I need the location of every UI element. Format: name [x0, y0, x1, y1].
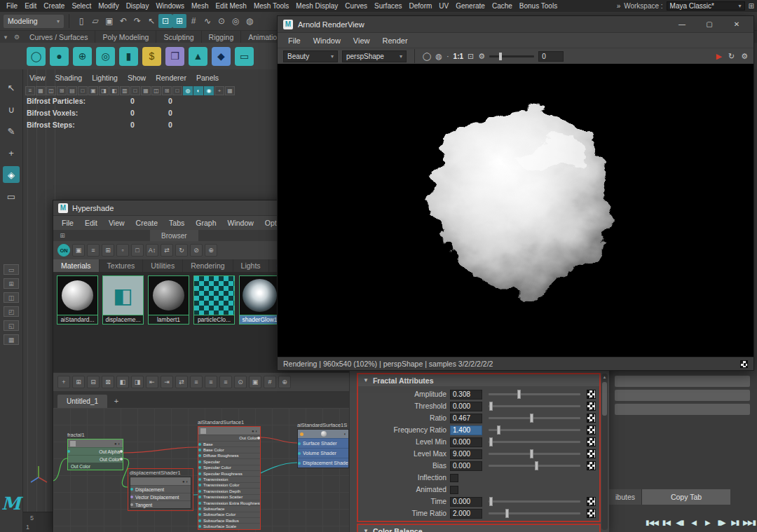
- go-to-start-button[interactable]: ▮◀◀: [646, 519, 658, 526]
- slider-handle[interactable]: [497, 425, 500, 435]
- node-port-row[interactable]: Base: [198, 441, 260, 446]
- attribute-value-field[interactable]: 0.000: [450, 437, 482, 447]
- menubar-overflow-icon[interactable]: »: [617, 2, 621, 10]
- last-used-tool-icon[interactable]: ▭: [3, 188, 20, 205]
- menu-item[interactable]: Generate: [452, 2, 489, 10]
- minimize-icon[interactable]: —: [678, 20, 686, 28]
- viewport-toolbar-icon[interactable]: ◫: [151, 86, 161, 95]
- section-header[interactable]: ▼ Color Balance: [358, 525, 599, 532]
- animated-checkbox[interactable]: [450, 486, 458, 494]
- aov-selector[interactable]: Beauty ▾: [283, 50, 338, 62]
- node-port-row[interactable]: Specular: [198, 458, 260, 464]
- exposure-field[interactable]: 0: [538, 51, 564, 62]
- viewport-toolbar-icon[interactable]: □: [78, 86, 88, 95]
- attribute-value-field[interactable]: 2.000: [450, 509, 482, 519]
- node-port-row[interactable]: Subsurface: [198, 505, 260, 511]
- paint-select-tool-icon[interactable]: ✎: [3, 123, 20, 139]
- viewport-menu-item[interactable]: View: [25, 74, 50, 85]
- attribute-value-field[interactable]: 0.000: [450, 402, 482, 411]
- shelf-menu-icon[interactable]: ▾: [0, 32, 11, 42]
- clear-unused-icon[interactable]: ⊘: [190, 244, 203, 257]
- menu-item[interactable]: Surfaces: [371, 2, 405, 10]
- texture-map-button[interactable]: [587, 402, 596, 411]
- pin-icon[interactable]: ⊕: [278, 376, 291, 388]
- attribute-slider[interactable]: [489, 453, 580, 455]
- step-forward-key-button[interactable]: ▮▶: [716, 519, 728, 526]
- hypershade-menu-item[interactable]: File: [56, 219, 79, 227]
- render-image-area[interactable]: [278, 64, 753, 357]
- texture-map-button[interactable]: [587, 461, 596, 470]
- select-tool-icon[interactable]: ↖: [3, 79, 20, 96]
- attributes-tab[interactable]: ibutes: [609, 489, 642, 505]
- thumbnail-view-icon[interactable]: ▣: [72, 244, 85, 257]
- custom-layout-icon[interactable]: ▦: [4, 334, 19, 345]
- hypershade-menu-item[interactable]: Tabs: [163, 219, 190, 227]
- persp-outliner-layout-icon[interactable]: ◰: [4, 306, 19, 317]
- snapshot-icon[interactable]: ◯: [423, 52, 431, 61]
- category-tab[interactable]: Lights: [233, 259, 269, 272]
- node-aistandardsurface1[interactable]: aiStandardSurface1 ● ◐ Out Color BaseBas…: [198, 419, 261, 530]
- node-header[interactable]: ● ◐: [198, 427, 260, 435]
- category-tab[interactable]: Utilities: [143, 259, 183, 272]
- large-swatch-icon[interactable]: □: [131, 244, 144, 257]
- renderview-menu-item[interactable]: View: [347, 36, 376, 45]
- slider-handle[interactable]: [489, 402, 493, 411]
- poly-cube-icon[interactable]: ❒: [165, 47, 184, 66]
- menu-item[interactable]: Windows: [152, 2, 188, 10]
- output-connections-icon[interactable]: ◨: [131, 376, 144, 388]
- attribute-value-field[interactable]: 0.000: [450, 461, 482, 471]
- viewport-menu-item[interactable]: Panels: [191, 74, 224, 85]
- node-output-row[interactable]: Out Color: [68, 463, 123, 470]
- sort-type-icon[interactable]: ⇄: [161, 244, 173, 257]
- attribute-slider[interactable]: [489, 429, 580, 431]
- node-port-row[interactable]: Displacement: [130, 485, 191, 493]
- texture-map-button[interactable]: [587, 425, 596, 435]
- shading-mode-icon[interactable]: ◍: [183, 86, 193, 95]
- viewport-toolbar-icon[interactable]: ▦: [141, 86, 151, 95]
- browser-tab[interactable]: Browser: [150, 230, 198, 241]
- grid-view-icon[interactable]: ⊞: [102, 244, 114, 257]
- nurbs-sphere-icon[interactable]: ●: [50, 47, 69, 66]
- node-port-row[interactable]: Out Color: [68, 455, 123, 463]
- attribute-value-field[interactable]: 9.000: [450, 449, 482, 459]
- attribute-slider[interactable]: [489, 512, 580, 514]
- refresh-render-icon[interactable]: ↻: [728, 52, 735, 61]
- new-scene-icon[interactable]: ▯: [74, 14, 88, 28]
- slider-handle[interactable]: [499, 53, 502, 60]
- attribute-value-field-selected[interactable]: 1.400: [450, 425, 482, 435]
- redo-icon[interactable]: ↷: [130, 14, 144, 28]
- input-connections-icon[interactable]: ◧: [116, 376, 129, 388]
- make-live-icon[interactable]: ◍: [243, 14, 257, 28]
- swatch-thumbnail[interactable]: [57, 275, 98, 315]
- swatch-displacement[interactable]: displaceme...: [102, 275, 144, 325]
- node-port-row[interactable]: Tangent: [130, 500, 191, 508]
- graph-upstream-icon[interactable]: ⇤: [146, 376, 158, 388]
- swatch-particlecloud[interactable]: particleClo...: [193, 275, 235, 325]
- shelf-tab[interactable]: Sculpting: [156, 31, 201, 43]
- node-port-row[interactable]: Volume Shader: [298, 448, 348, 458]
- node-port-row[interactable]: Transmission Scatter: [198, 494, 260, 500]
- viewport-toolbar-icon[interactable]: ⊞: [57, 86, 67, 95]
- menu-item[interactable]: Create: [40, 2, 68, 10]
- attribute-field-bar[interactable]: [615, 404, 750, 415]
- node-port-row[interactable]: Subsurface Radius: [198, 517, 260, 523]
- snap-to-curve-icon[interactable]: ∿: [200, 14, 214, 28]
- hypershade-menu-item[interactable]: Graph: [190, 219, 221, 227]
- attribute-slider[interactable]: [489, 465, 580, 467]
- category-tab[interactable]: Rendering: [183, 259, 233, 272]
- viewport-menu-item[interactable]: Shading: [50, 74, 88, 85]
- four-pane-layout-icon[interactable]: ⊞: [4, 278, 19, 289]
- menu-item[interactable]: Deform: [406, 2, 436, 10]
- lighting-mode-icon[interactable]: ◉: [204, 86, 214, 95]
- align-right-icon[interactable]: ≡: [219, 376, 232, 388]
- node-port-row[interactable]: Diffuse Roughness: [198, 453, 260, 458]
- paid-content-icon[interactable]: $: [142, 47, 161, 66]
- list-view-icon[interactable]: ≡: [87, 244, 100, 257]
- menu-item[interactable]: Bonus Tools: [516, 2, 561, 10]
- textured-mode-icon[interactable]: ◐: [193, 86, 203, 95]
- close-icon[interactable]: ✕: [732, 20, 741, 28]
- attribute-value-field[interactable]: 0.467: [450, 414, 482, 423]
- hypershade-menu-item[interactable]: View: [103, 219, 130, 227]
- node-port-row[interactable]: Vector Displacement: [130, 493, 191, 500]
- frame-all-icon[interactable]: ▣: [249, 376, 261, 388]
